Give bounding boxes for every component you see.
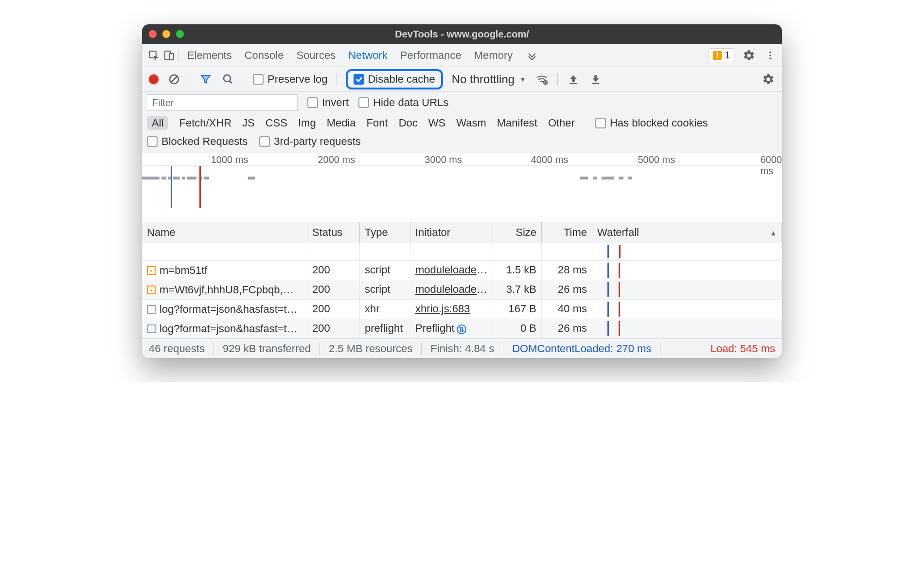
search-icon[interactable] [221, 72, 235, 86]
request-type: script [360, 261, 410, 280]
more-tabs-icon[interactable] [525, 49, 539, 62]
filter-chip-css[interactable]: CSS [266, 117, 287, 129]
header-type[interactable]: Type [360, 222, 410, 243]
filter-chip-all[interactable]: All [147, 116, 168, 130]
request-time: 28 ms [542, 261, 592, 280]
timeline-overview[interactable]: 1000 ms 2000 ms 3000 ms 4000 ms 5000 ms … [142, 153, 782, 222]
network-conditions-icon[interactable] [535, 72, 549, 86]
record-button[interactable] [149, 74, 159, 84]
preserve-log-checkbox[interactable]: Preserve log [253, 73, 328, 86]
inspect-element-icon[interactable] [147, 49, 160, 62]
initiator-link[interactable]: xhrio.js:683 [415, 303, 470, 315]
initiator-text: Preflight [415, 322, 455, 334]
invert-checkbox[interactable]: Invert [307, 96, 349, 109]
status-load: Load: 545 ms [702, 342, 775, 355]
request-size: 3.7 kB [493, 280, 542, 299]
header-size[interactable]: Size [493, 222, 542, 243]
table-row[interactable]: ⬥m=Wt6vjf,hhhU8,FCpbqb,… 200 script modu… [142, 280, 782, 300]
hide-data-urls-checkbox[interactable]: Hide data URLs [358, 96, 448, 109]
maximize-window-button[interactable] [176, 30, 184, 38]
network-settings-icon[interactable] [762, 72, 775, 86]
initiator-link[interactable]: moduleloader… [415, 264, 491, 276]
status-resources: 2.5 MB resources [320, 342, 422, 355]
request-name: log?format=json&hasfast=t… [160, 323, 298, 335]
highlight-disable-cache: Disable cache [346, 69, 443, 90]
status-bar: 46 requests 929 kB transferred 2.5 MB re… [142, 339, 782, 358]
settings-icon[interactable] [742, 49, 756, 62]
filter-chip-manifest[interactable]: Manifest [497, 117, 537, 129]
filter-chip-img[interactable]: Img [298, 117, 316, 129]
device-toolbar-icon[interactable] [162, 49, 176, 62]
request-time: 26 ms [542, 280, 592, 299]
timeline-tick: 5000 ms [638, 154, 675, 165]
table-row[interactable]: log?format=json&hasfast=t… 200 preflight… [142, 319, 782, 339]
checkbox-icon [358, 97, 369, 108]
filter-toggle-icon[interactable] [199, 72, 213, 86]
header-waterfall[interactable]: Waterfall ▲ [592, 222, 782, 243]
svg-point-5 [769, 57, 771, 59]
tab-elements[interactable]: Elements [187, 49, 232, 62]
svg-line-7 [171, 76, 178, 83]
filter-chip-doc[interactable]: Doc [399, 117, 418, 129]
tab-sources[interactable]: Sources [296, 49, 336, 62]
request-size: 167 B [493, 300, 542, 319]
tab-memory[interactable]: Memory [474, 49, 513, 62]
throttling-value: No throttling [452, 72, 515, 86]
filter-chip-media[interactable]: Media [327, 117, 356, 129]
filter-chip-js[interactable]: JS [242, 117, 255, 129]
request-status: 200 [307, 280, 360, 299]
upload-har-icon[interactable] [567, 72, 580, 86]
status-finish: Finish: 4.84 s [422, 342, 503, 355]
script-file-icon: ⬥ [147, 286, 156, 294]
request-type: script [360, 280, 410, 299]
filter-chip-wasm[interactable]: Wasm [456, 117, 486, 129]
filter-input[interactable] [147, 94, 298, 111]
filter-chip-other[interactable]: Other [548, 117, 575, 129]
disable-cache-checkbox[interactable]: Disable cache [354, 73, 435, 86]
filter-chip-fetch-xhr[interactable]: Fetch/XHR [179, 117, 231, 129]
header-initiator[interactable]: Initiator [410, 222, 493, 243]
table-row[interactable]: ⬥m=bm51tf 200 script moduleloader… 1.5 k… [142, 261, 782, 280]
request-status: 200 [307, 300, 360, 319]
preflight-icon: ⇅ [457, 324, 466, 334]
status-transferred: 929 kB transferred [214, 342, 320, 355]
header-name[interactable]: Name [142, 222, 307, 243]
main-tabbar: Elements Console Sources Network Perform… [142, 44, 782, 67]
request-size: 1.5 kB [493, 261, 542, 280]
clear-icon[interactable] [167, 72, 181, 86]
issues-badge[interactable]: ! 1 [709, 48, 734, 62]
initiator-link[interactable]: moduleloader… [415, 283, 491, 295]
minimize-window-button[interactable] [162, 30, 170, 38]
titlebar: DevTools - www.google.com/ [142, 24, 782, 44]
tab-network[interactable]: Network [348, 49, 388, 62]
kebab-menu-icon[interactable] [764, 49, 777, 62]
request-status: 200 [307, 261, 360, 280]
filter-chip-ws[interactable]: WS [428, 117, 445, 129]
status-domcontentloaded: DOMContentLoaded: 270 ms [503, 342, 660, 355]
tab-performance[interactable]: Performance [400, 49, 462, 62]
table-row[interactable]: log?format=json&hasfast=t… 200 xhr xhrio… [142, 300, 782, 319]
blocked-requests-label: Blocked Requests [161, 135, 248, 148]
timeline-tick: 4000 ms [531, 154, 569, 165]
timeline-tick: 2000 ms [318, 154, 355, 165]
download-har-icon[interactable] [589, 72, 603, 86]
third-party-checkbox[interactable]: 3rd-party requests [259, 135, 361, 148]
filter-bar: Invert Hide data URLs All Fetch/XHR JS C… [142, 91, 782, 153]
tab-console[interactable]: Console [245, 49, 284, 62]
separator [190, 73, 190, 86]
separator [557, 73, 558, 86]
blocked-requests-checkbox[interactable]: Blocked Requests [147, 135, 248, 148]
header-time[interactable]: Time [542, 222, 592, 243]
waterfall-cell [592, 319, 782, 338]
svg-point-3 [769, 51, 771, 53]
close-window-button[interactable] [149, 30, 157, 38]
request-type: preflight [360, 319, 410, 338]
has-blocked-cookies-checkbox[interactable]: Has blocked cookies [595, 117, 708, 129]
warning-icon: ! [713, 51, 722, 60]
status-requests: 46 requests [149, 342, 214, 355]
throttling-dropdown[interactable]: No throttling ▼ [452, 72, 526, 86]
filter-chip-font[interactable]: Font [367, 117, 388, 129]
svg-point-4 [769, 54, 771, 56]
header-status[interactable]: Status [307, 222, 360, 243]
separator [178, 49, 178, 62]
